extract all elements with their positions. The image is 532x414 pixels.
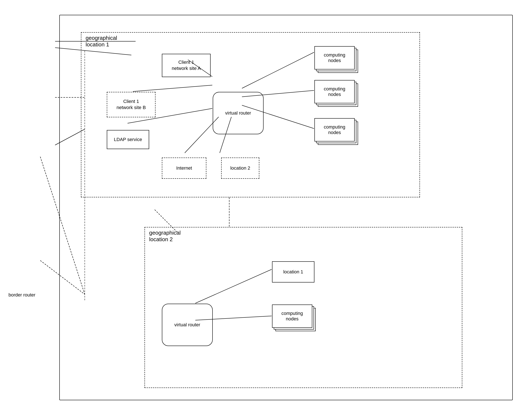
client1-net-site-b: Client 1network site B — [107, 92, 155, 117]
virtual-router-1: virtual router — [213, 92, 264, 134]
client1-net-site-a-label: Client 1network site A — [172, 59, 201, 71]
internet-cloud-svg: Internet — [0, 231, 2, 267]
client1-net-site-a: Client 1network site A — [162, 54, 211, 77]
geo-loc-2-label: geographicallocation 2 — [149, 230, 181, 243]
geo-loc-1: geographicallocation 1 Client 1network s… — [81, 32, 420, 197]
virtual-router-2-label: virtual router — [174, 322, 200, 328]
ldap-service-inner: LDAP service — [107, 130, 149, 149]
client1-net-site-b-label: Client 1network site B — [116, 98, 146, 111]
geo-loc-2: geographicallocation 2 virtual router lo… — [144, 227, 462, 388]
virtual-router-1-label: virtual router — [225, 110, 251, 116]
cn-group-184: computingnodes — [272, 308, 316, 335]
main-box: geographicallocation 1 Client 1network s… — [59, 15, 513, 400]
geo-loc-1-label: geographicallocation 1 — [86, 35, 117, 48]
ldap-service-inner-label: LDAP service — [114, 137, 142, 143]
location1-box: location 1 — [272, 261, 314, 282]
internet-inner-label: Internet — [176, 165, 192, 171]
location2-inner-label: location 2 — [230, 165, 250, 171]
border-router-label: border router — [9, 292, 35, 298]
location1-box-label: location 1 — [283, 269, 303, 275]
cn-group-164: computingnodes — [314, 122, 359, 149]
virtual-router-2: virtual router — [162, 304, 213, 346]
cn-163-wrapper: computingnodes — [314, 84, 359, 111]
cn-group-163: computingnodes — [314, 84, 359, 111]
cn-164-wrapper: computingnodes — [314, 122, 359, 149]
border-router-text: border router — [9, 292, 35, 298]
internet-cloud: Internet — [0, 231, 2, 267]
location2-inner: location 2 — [221, 158, 259, 179]
cn-group-162: computingnodes — [314, 49, 359, 77]
cn-184-wrapper: computingnodes — [272, 308, 316, 335]
internet-inner: Internet — [162, 158, 206, 179]
cn-162-wrapper: computingnodes — [314, 49, 359, 77]
diagram-container: geographicallocation 1 Client 1network s… — [9, 9, 523, 407]
